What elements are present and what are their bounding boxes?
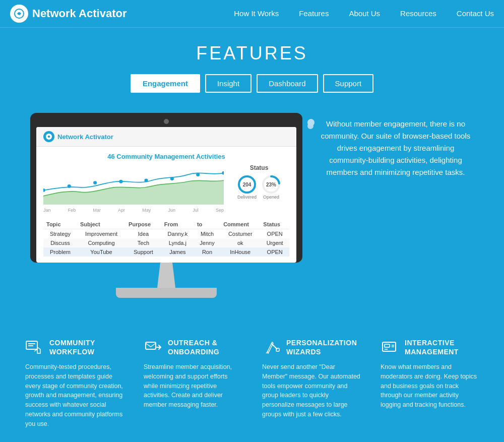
- feature-icon-title-1: COMMUNITYWORKFLOW: [25, 338, 123, 357]
- chart-months: JanFebMarAprMayJunJulSep: [43, 208, 224, 213]
- feature-title-4: INTERACTIVEMANAGEMENT: [405, 338, 459, 356]
- feature-icon-title-2: OUTREACH &ONBOARDING: [144, 338, 242, 357]
- table-row: StrategyImprovementIdeaDanny.kMitchCostu…: [43, 229, 289, 239]
- table-cell: ok: [220, 238, 260, 247]
- line-chart: JanFebMarAprMayJunJulSep: [43, 164, 224, 213]
- feature-community-workflow: COMMUNITYWORKFLOW Community-tested proce…: [15, 333, 134, 433]
- svg-rect-19: [146, 342, 156, 349]
- screen-logo-icon: [43, 131, 54, 142]
- table-cell: James: [161, 247, 194, 257]
- tab-engagement[interactable]: Engagement: [131, 74, 200, 93]
- table-cell: Discuss: [43, 238, 77, 247]
- status-circles: 204 Delivered: [237, 174, 281, 200]
- tab-support[interactable]: Support: [323, 74, 374, 93]
- table-cell: OPEN: [260, 247, 289, 257]
- feature-personalization: PERSONALIZATIONWIZARDS Never send anothe…: [252, 333, 370, 433]
- feature-desc-2: Streamline member acquisition, welcoming…: [144, 362, 242, 410]
- svg-point-8: [196, 173, 200, 176]
- feature-desc-1: Community-tested procedures, processes a…: [25, 362, 123, 428]
- description-text: Without member engagement, there is no c…: [318, 118, 474, 178]
- table-cell: Jenny: [194, 238, 220, 247]
- feature-desc-3: Never send another "Dear Member" message…: [262, 362, 360, 419]
- feature-desc-4: Know what members and moderators are doi…: [381, 362, 479, 410]
- feature-icon-title-3: PERSONALIZATIONWIZARDS: [262, 338, 360, 357]
- col-subject: Subject: [77, 220, 125, 229]
- svg-point-7: [170, 177, 174, 180]
- opened-stat: 23% Opened: [261, 174, 281, 200]
- svg-rect-24: [385, 344, 390, 347]
- delivered-stat: 204 Delivered: [237, 174, 257, 200]
- feature-outreach: OUTREACH &ONBOARDING Streamline member a…: [134, 333, 252, 433]
- table-cell: Problem: [43, 247, 77, 257]
- screen-body: 46 Community Management Activities: [36, 147, 296, 263]
- table-cell: Urgent: [260, 238, 289, 247]
- table-cell: Computing: [77, 238, 125, 247]
- features-section: FEATURES Engagement Insight Dashboard Su…: [0, 28, 504, 318]
- chart-title: 46 Community Management Activities: [43, 153, 289, 160]
- monitor-screen: Network Activator 46 Community Managemen…: [36, 127, 296, 263]
- status-panel: Status 204 Deli: [229, 164, 289, 213]
- brand-logo-icon: [10, 5, 28, 23]
- table-cell: Danny.k: [161, 229, 194, 239]
- delivered-label: Delivered: [237, 195, 257, 200]
- features-tabs: Engagement Insight Dashboard Support: [0, 74, 504, 93]
- monitor-dot: [164, 119, 169, 124]
- engagement-description: Without member engagement, there is no c…: [318, 113, 474, 178]
- table-cell: Ron: [194, 247, 220, 257]
- main-content: Network Activator 46 Community Managemen…: [0, 108, 504, 318]
- table-cell: Tech: [125, 238, 161, 247]
- table-row: DiscussComputingTechLynda.jJennyokUrgent: [43, 238, 289, 247]
- data-table: Topic Subject Purpose From to Comment St…: [43, 220, 289, 257]
- col-purpose: Purpose: [125, 220, 161, 229]
- feature-title-2: OUTREACH &ONBOARDING: [168, 338, 219, 356]
- table-cell: OPEN: [260, 229, 289, 239]
- svg-text:204: 204: [243, 182, 251, 187]
- feature-title-1: COMMUNITYWORKFLOW: [49, 338, 95, 356]
- nav-about-us[interactable]: About Us: [349, 9, 380, 18]
- nav-resources[interactable]: Resources: [400, 9, 436, 18]
- table-cell: YouTube: [77, 247, 125, 257]
- table-cell: Support: [125, 247, 161, 257]
- wizard-icon: [262, 338, 281, 357]
- table-cell: Costumer: [220, 229, 260, 239]
- feature-interactive: INTERACTIVEMANAGEMENT Know what members …: [370, 333, 489, 433]
- tab-insight[interactable]: Insight: [205, 74, 251, 93]
- opened-label: Opened: [263, 195, 279, 200]
- nav-how-it-works[interactable]: How It Works: [234, 9, 279, 18]
- col-status: Status: [260, 220, 289, 229]
- navbar: Network Activator How It Works Features …: [0, 0, 504, 28]
- outreach-icon: [144, 338, 163, 357]
- col-from: From: [161, 220, 194, 229]
- table-cell: InHouse: [220, 247, 260, 257]
- svg-point-4: [93, 181, 97, 184]
- feature-icon-title-4: INTERACTIVEMANAGEMENT: [381, 338, 479, 357]
- screen-header: Network Activator: [36, 127, 296, 147]
- stand-neck: [151, 263, 181, 288]
- chart-area: JanFebMarAprMayJunJulSep Status: [43, 164, 289, 213]
- table-cell: Improvement: [77, 229, 125, 239]
- feature-title-3: PERSONALIZATIONWIZARDS: [286, 338, 357, 356]
- features-grid: COMMUNITYWORKFLOW Community-tested proce…: [0, 318, 504, 442]
- features-title: FEATURES: [0, 43, 504, 64]
- monitor-stand: [30, 263, 302, 298]
- svg-point-5: [119, 180, 122, 183]
- svg-point-9: [222, 171, 224, 175]
- brand-name: Network Activator: [32, 7, 127, 20]
- col-comment: Comment: [220, 220, 260, 229]
- interactive-icon: [381, 338, 400, 357]
- stand-base: [116, 288, 217, 298]
- monitor: Network Activator 46 Community Managemen…: [30, 113, 302, 263]
- workflow-icon: [25, 338, 44, 357]
- description-dot: [307, 119, 314, 126]
- nav-menu: How It Works Features About Us Resources…: [234, 9, 494, 18]
- table-cell: Idea: [125, 229, 161, 239]
- table-cell: Mitch: [194, 229, 220, 239]
- svg-text:23%: 23%: [266, 182, 276, 187]
- nav-contact-us[interactable]: Contact Us: [457, 9, 494, 18]
- tab-dashboard[interactable]: Dashboard: [257, 74, 318, 93]
- col-to: to: [194, 220, 220, 229]
- screen-brand: Network Activator: [57, 133, 113, 141]
- svg-point-6: [144, 179, 148, 182]
- table-cell: Lynda.j: [161, 238, 194, 247]
- nav-features[interactable]: Features: [299, 9, 329, 18]
